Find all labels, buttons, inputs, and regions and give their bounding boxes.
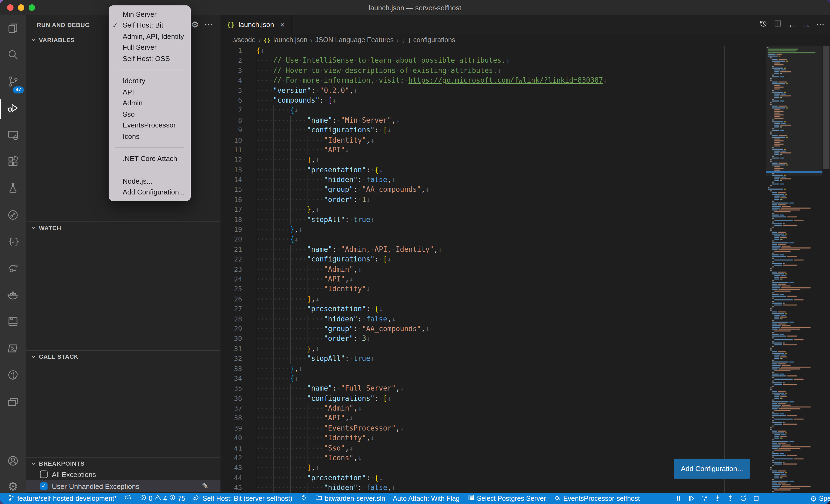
code-line[interactable]: 38················"API",↓ xyxy=(220,413,766,424)
run-and-debug-activity-item[interactable] xyxy=(0,96,26,122)
zoom-window-button[interactable] xyxy=(29,4,35,11)
code-line[interactable]: 11················"API"↓ xyxy=(220,145,766,155)
section-header-watch[interactable]: WATCH xyxy=(26,222,220,233)
code-line[interactable]: 7········{↓ xyxy=(220,106,766,115)
code-line[interactable]: 40················"Identity",↓ xyxy=(220,433,766,443)
menu-item-full-server[interactable]: Full Server xyxy=(108,42,191,53)
code-line[interactable]: 33········},↓ xyxy=(220,364,766,374)
menu-item-node-js-[interactable]: Node.js... xyxy=(108,175,191,187)
problems-status-item[interactable]: 0475 xyxy=(136,494,189,503)
code-line[interactable]: 23················"Admin",↓ xyxy=(220,264,766,274)
menu-item-self-host-oss[interactable]: Self Host: OSS xyxy=(108,53,191,64)
code-editor[interactable]: 1{↓2····//·Use·IntelliSense·to·learn·abo… xyxy=(220,46,766,493)
section-header-breakpoints[interactable]: BREAKPOINTS xyxy=(26,457,220,469)
forward-icon[interactable]: → xyxy=(802,20,810,29)
status-item-auto-attach-with-flag[interactable]: Auto Attach: With Flag xyxy=(389,495,464,502)
code-line[interactable]: 27············"presentation":·{↓ xyxy=(220,304,766,314)
checkbox[interactable] xyxy=(40,471,47,478)
tab-close-icon[interactable]: × xyxy=(280,20,285,29)
status-item-cloud-upload-icon[interactable] xyxy=(121,494,136,503)
menu-item-self-host-bit[interactable]: ✓Self Host: Bit xyxy=(108,20,191,31)
code-line[interactable]: 30················"order":·3↓ xyxy=(220,334,766,344)
editor-scrollbar[interactable] xyxy=(823,46,830,493)
add-configuration-button[interactable]: Add Configuration... xyxy=(674,459,750,479)
breakpoint-row[interactable]: User-Unhandled Exceptions✎ xyxy=(26,480,220,492)
source-control-activity-item[interactable]: 47 xyxy=(0,70,26,96)
code-line[interactable]: 34········{↓ xyxy=(220,374,766,384)
status-item-self-host-bit-server-selfhost-[interactable]: Self Host: Bit (server-selfhost) xyxy=(189,494,296,503)
explorer-activity-item[interactable] xyxy=(0,16,26,42)
code-line[interactable]: 3····//·Hover·to·view·descriptions·of·ex… xyxy=(220,66,766,76)
menu-item-api[interactable]: API xyxy=(108,87,191,98)
step-out-icon[interactable] xyxy=(726,494,734,502)
minimize-window-button[interactable] xyxy=(18,4,24,11)
code-line[interactable]: 17············},↓ xyxy=(220,205,766,215)
code-line[interactable]: 32············"stopAll":·true↓ xyxy=(220,354,766,364)
status-item-select-postgres-server[interactable]: Select Postgres Server xyxy=(464,494,550,503)
share-circle-activity-item[interactable] xyxy=(0,203,26,229)
code-line[interactable]: 45················"hidden":·false,↓ xyxy=(220,483,766,493)
pause-icon[interactable] xyxy=(674,494,682,502)
code-line[interactable]: 10················"Identity",↓ xyxy=(220,135,766,145)
code-line[interactable]: 16················"order":·1↓ xyxy=(220,195,766,205)
breakpoint-row[interactable]: All Exceptions xyxy=(26,468,220,480)
tab-launch-json[interactable]: {} launch.json × xyxy=(220,15,292,34)
menu-item-add-configuration-[interactable]: Add Configuration... xyxy=(108,187,191,198)
code-line[interactable]: 18············"stopAll":·true↓ xyxy=(220,215,766,225)
more-icon[interactable]: ⋯ xyxy=(816,20,825,30)
code-line[interactable]: 41················"Sso",↓ xyxy=(220,443,766,453)
json-face-activity-item[interactable]: {} xyxy=(0,230,26,256)
docker-activity-item[interactable] xyxy=(0,283,26,309)
accounts-activity-item[interactable] xyxy=(0,449,26,475)
remote-tunnels-activity-item[interactable] xyxy=(0,256,26,282)
code-line[interactable]: 26············],↓ xyxy=(220,294,766,304)
code-line[interactable]: 6····"compounds":·[↓ xyxy=(220,96,766,106)
code-line[interactable]: 8············"name":·"Min·Server",↓ xyxy=(220,115,766,125)
close-window-button[interactable] xyxy=(7,4,13,11)
code-line[interactable]: 20········{↓ xyxy=(220,235,766,245)
breadcrumb-item[interactable]: .vscode xyxy=(232,36,256,44)
code-line[interactable]: 2····//·Use·IntelliSense·to·learn·about·… xyxy=(220,56,766,66)
code-line[interactable]: 25················"Identity"↓ xyxy=(220,284,766,294)
code-line[interactable]: 31············},↓ xyxy=(220,344,766,354)
remote-explorer-activity-item[interactable] xyxy=(0,123,26,149)
storage-activity-item[interactable] xyxy=(0,310,26,336)
breadcrumb-item[interactable]: configurations xyxy=(413,36,455,44)
status-item-bitwarden-server-sln[interactable]: bitwarden-server.sln xyxy=(311,494,389,503)
more-actions-icon[interactable]: ⋯ xyxy=(204,20,213,30)
code-line[interactable]: 22············"configurations":·[↓ xyxy=(220,255,766,264)
code-line[interactable]: 1{↓ xyxy=(220,46,766,56)
restart-icon[interactable] xyxy=(739,494,747,502)
continue-icon[interactable] xyxy=(687,494,696,502)
status-item-spell-checker[interactable]: ⚙Spell xyxy=(806,494,830,503)
code-line[interactable]: 12············],↓ xyxy=(220,155,766,165)
breadcrumb-item[interactable]: launch.json xyxy=(273,36,308,44)
code-line[interactable]: 4····//·For·more·information,·visit:·htt… xyxy=(220,76,766,86)
code-line[interactable]: 13············"presentation":·{↓ xyxy=(220,165,766,175)
history-icon[interactable] xyxy=(759,19,768,30)
breadcrumb[interactable]: .vscode›{}launch.json›JSON Language Feat… xyxy=(220,34,830,46)
postgresql-activity-item[interactable] xyxy=(0,363,26,389)
code-line[interactable]: 24················"API",↓ xyxy=(220,274,766,284)
debug-settings-gear-icon[interactable]: ⚙ xyxy=(191,20,199,29)
testing-activity-item[interactable] xyxy=(0,176,26,202)
menu-item-icons[interactable]: Icons xyxy=(108,131,191,142)
code-line[interactable]: 35············"name":·"Full·Server",↓ xyxy=(220,384,766,394)
code-line[interactable]: 37················"Admin",↓ xyxy=(220,404,766,413)
code-line[interactable]: 39················"EventsProcessor",↓ xyxy=(220,424,766,434)
step-into-icon[interactable] xyxy=(713,494,722,502)
menu-item-sso[interactable]: Sso xyxy=(108,109,191,120)
menu-item--net-core-attach[interactable]: .NET Core Attach xyxy=(108,153,191,164)
code-line[interactable]: 29················"group":·"AA_compounds… xyxy=(220,324,766,334)
step-over-icon[interactable] xyxy=(700,494,708,502)
stop-icon[interactable] xyxy=(752,494,760,502)
code-line[interactable]: 21············"name":·"Admin,·API,·Ident… xyxy=(220,245,766,255)
minimap[interactable] xyxy=(766,46,823,493)
code-line[interactable]: 28················"hidden":·false,↓ xyxy=(220,314,766,324)
code-line[interactable]: 19········},↓ xyxy=(220,225,766,235)
code-line[interactable]: 9············"configurations":·[↓ xyxy=(220,125,766,135)
breadcrumb-item[interactable]: JSON Language Features xyxy=(315,36,394,44)
scrollbar-thumb[interactable] xyxy=(823,46,829,169)
minimap-slider[interactable] xyxy=(766,46,823,175)
search-activity-item[interactable] xyxy=(0,43,26,69)
